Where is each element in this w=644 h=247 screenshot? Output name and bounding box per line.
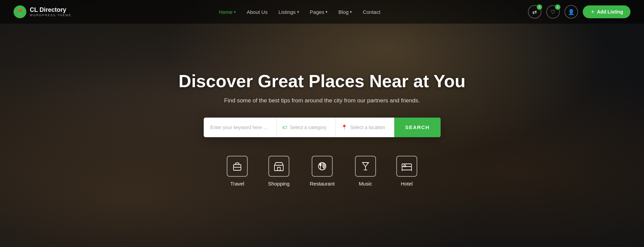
add-listing-button[interactable]: ＋ Add Listing bbox=[583, 5, 630, 18]
logo-text: CL Directory WORDPRESS THEME bbox=[30, 7, 71, 17]
hotel-icon-wrap bbox=[396, 156, 417, 177]
search-button[interactable]: SEARCH bbox=[394, 118, 440, 137]
travel-icon-wrap bbox=[227, 156, 248, 177]
category-placeholder-text: Select a category bbox=[290, 125, 327, 130]
restaurant-icon bbox=[316, 160, 328, 172]
compare-badge: 0 bbox=[537, 4, 542, 10]
category-select[interactable]: 🏷 Select a category bbox=[277, 118, 336, 137]
category-travel[interactable]: Travel bbox=[227, 156, 248, 187]
svg-point-12 bbox=[404, 165, 406, 167]
shopping-icon bbox=[273, 160, 285, 172]
pages-chevron-icon: ▾ bbox=[326, 10, 328, 14]
compare-button[interactable]: ⇄ 0 bbox=[528, 5, 541, 19]
location-pin-icon: 📍 bbox=[341, 124, 348, 130]
wishlist-button[interactable]: ♡ 0 bbox=[546, 5, 560, 19]
hero-content: Discover Great Places Near at You Find s… bbox=[0, 0, 644, 247]
nav-home[interactable]: Home ▾ bbox=[215, 6, 240, 18]
travel-icon bbox=[231, 160, 243, 172]
search-bar: 🏷 Select a category 📍 Select a location … bbox=[204, 118, 441, 137]
logo-title: CL Directory bbox=[30, 7, 71, 14]
hero-section: 📍 CL Directory WORDPRESS THEME Home ▾ Ab… bbox=[0, 0, 644, 247]
blog-chevron-icon: ▾ bbox=[350, 10, 352, 14]
svg-rect-3 bbox=[277, 167, 280, 171]
music-label: Music bbox=[359, 181, 372, 187]
music-icon bbox=[360, 160, 371, 172]
nav-listings[interactable]: Listings ▾ bbox=[274, 6, 303, 18]
main-navigation: 📍 CL Directory WORDPRESS THEME Home ▾ Ab… bbox=[0, 0, 644, 24]
shopping-label: Shopping bbox=[268, 181, 289, 187]
hero-title: Discover Great Places Near at You bbox=[179, 71, 466, 91]
restaurant-label: Restaurant bbox=[310, 181, 335, 187]
category-tag-icon: 🏷 bbox=[282, 124, 287, 130]
svg-rect-11 bbox=[402, 167, 412, 170]
nav-right-actions: ⇄ 0 ♡ 0 👤 ＋ Add Listing bbox=[528, 5, 630, 19]
home-chevron-icon: ▾ bbox=[234, 10, 236, 14]
wishlist-badge: 0 bbox=[555, 4, 560, 10]
plus-icon: ＋ bbox=[590, 9, 595, 15]
restaurant-icon-wrap bbox=[312, 156, 333, 177]
nav-pages[interactable]: Pages ▾ bbox=[306, 6, 332, 18]
logo[interactable]: 📍 CL Directory WORDPRESS THEME bbox=[14, 5, 71, 18]
hotel-icon bbox=[401, 160, 413, 172]
category-hotel[interactable]: Hotel bbox=[396, 156, 417, 187]
nav-contact[interactable]: Contact bbox=[359, 6, 384, 18]
svg-rect-2 bbox=[274, 165, 283, 171]
nav-blog[interactable]: Blog ▾ bbox=[334, 6, 356, 18]
location-select[interactable]: 📍 Select a location bbox=[336, 118, 394, 137]
user-account-button[interactable]: 👤 bbox=[564, 5, 578, 19]
category-list: Travel Shopping bbox=[227, 156, 417, 187]
svg-line-10 bbox=[367, 163, 369, 164]
category-music[interactable]: Music bbox=[355, 156, 376, 187]
location-placeholder-text: Select a location bbox=[350, 125, 385, 130]
category-shopping[interactable]: Shopping bbox=[268, 156, 289, 187]
listings-chevron-icon: ▾ bbox=[297, 10, 299, 14]
music-icon-wrap bbox=[355, 156, 376, 177]
nav-links: Home ▾ About Us Listings ▾ Pages ▾ Blog … bbox=[215, 6, 384, 18]
hero-subtitle: Find some of the best tips from around t… bbox=[224, 97, 420, 104]
category-restaurant[interactable]: Restaurant bbox=[310, 156, 335, 187]
search-keyword-input[interactable] bbox=[204, 118, 277, 137]
travel-label: Travel bbox=[230, 181, 244, 187]
nav-about[interactable]: About Us bbox=[243, 6, 272, 18]
shopping-icon-wrap bbox=[268, 156, 289, 177]
logo-subtitle: WORDPRESS THEME bbox=[30, 14, 71, 17]
hotel-label: Hotel bbox=[401, 181, 413, 187]
logo-icon: 📍 bbox=[14, 5, 26, 18]
